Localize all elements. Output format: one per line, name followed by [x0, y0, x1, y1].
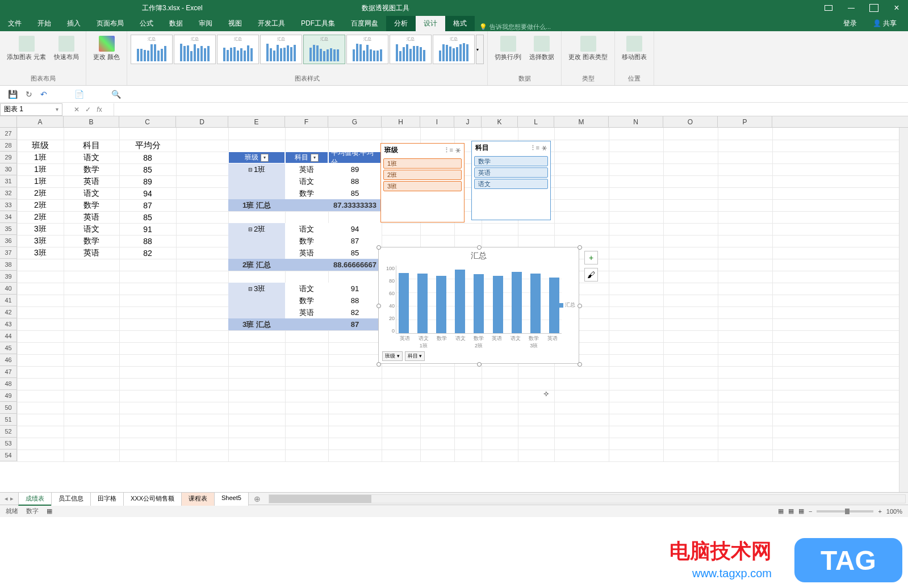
cell[interactable]: 88	[119, 235, 176, 247]
cell[interactable]: ⊟2班	[228, 223, 285, 235]
menu-tab-11[interactable]: 分析	[386, 16, 416, 31]
cell[interactable]: ⊟3班	[228, 283, 285, 295]
horizontal-scrollbar[interactable]	[269, 494, 906, 503]
row-header-46[interactable]: 46	[0, 354, 17, 366]
cell[interactable]: 语文	[285, 283, 328, 295]
col-header-H[interactable]: H	[382, 116, 420, 127]
touch-mode-icon[interactable]: 📄	[74, 90, 84, 99]
name-box[interactable]: 图表 1▾	[0, 103, 62, 116]
slicer-multiselect-icon[interactable]: ⋮≡	[443, 146, 453, 154]
cell[interactable]: 语文	[285, 223, 328, 235]
row-header-36[interactable]: 36	[0, 235, 17, 247]
chart-elements-button[interactable]: +	[584, 251, 598, 264]
cell[interactable]: 87.33333333	[328, 199, 382, 211]
cell[interactable]: 数学	[285, 235, 328, 247]
cell[interactable]: 2班 汇总	[228, 259, 285, 271]
selection-handle[interactable]	[578, 304, 582, 308]
slicer-item[interactable]: 3班	[383, 181, 462, 191]
col-header-I[interactable]: I	[420, 116, 454, 127]
col-header-G[interactable]: G	[328, 116, 382, 127]
cell[interactable]: ⊟1班	[228, 163, 285, 175]
cell[interactable]: 数学	[64, 199, 119, 211]
sheet-nav-first-icon[interactable]: ◂	[5, 495, 8, 502]
slicer-clear-icon[interactable]: ⚹	[455, 146, 461, 154]
cell[interactable]: 语文	[64, 187, 119, 199]
row-header-49[interactable]: 49	[0, 390, 17, 402]
row-header-33[interactable]: 33	[0, 199, 17, 211]
row-header-31[interactable]: 31	[0, 175, 17, 187]
row-header-52[interactable]: 52	[0, 426, 17, 438]
cell[interactable]: 88	[328, 295, 382, 306]
cell[interactable]: 1班	[17, 152, 64, 163]
chart-style-7[interactable]: 汇总	[390, 35, 432, 64]
pivot-chart[interactable]: 汇总100806040200英语语文数学语文数学英语语文数学英语1班2班3班汇总…	[378, 247, 579, 364]
cell[interactable]: 82	[328, 306, 382, 318]
menu-tab-1[interactable]: 开始	[30, 16, 59, 31]
cell[interactable]: 英语	[285, 163, 328, 175]
sheet-nav-last-icon[interactable]: ▸	[10, 495, 14, 502]
col-header-D[interactable]: D	[176, 116, 228, 127]
menu-tab-0[interactable]: 文件	[0, 16, 30, 31]
cell[interactable]: 88	[119, 152, 176, 163]
chart-style-1[interactable]: 汇总	[131, 35, 173, 64]
fx-icon[interactable]: fx	[97, 106, 102, 114]
row-header-28[interactable]: 28	[0, 140, 17, 152]
row-header-43[interactable]: 43	[0, 318, 17, 330]
chart-title[interactable]: 汇总	[379, 251, 579, 261]
col-header-M[interactable]: M	[554, 116, 609, 127]
col-header-B[interactable]: B	[64, 116, 119, 127]
view-normal-icon[interactable]: ▦	[778, 507, 784, 515]
cell[interactable]: 英语	[285, 306, 328, 318]
row-header-35[interactable]: 35	[0, 223, 17, 235]
slicer-item[interactable]: 英语	[474, 167, 548, 178]
cell[interactable]: 语文	[64, 152, 119, 163]
menu-tab-7[interactable]: 视图	[220, 16, 250, 31]
menu-tab-12[interactable]: 设计	[416, 16, 445, 31]
cell[interactable]: 82	[119, 247, 176, 259]
sheet-tab[interactable]: 员工信息	[51, 492, 91, 506]
row-header-37[interactable]: 37	[0, 247, 17, 259]
chart-styles-button[interactable]: 🖌	[584, 268, 598, 282]
row-header-54[interactable]: 54	[0, 450, 17, 461]
cell[interactable]: 91	[328, 283, 382, 295]
zoom-out-button[interactable]: −	[809, 508, 812, 515]
cell[interactable]: 语文	[285, 175, 328, 187]
col-header-F[interactable]: F	[285, 116, 328, 127]
share-button[interactable]: 👤 共享	[865, 16, 905, 31]
cell[interactable]: 3班	[17, 223, 64, 235]
row-header-27[interactable]: 27	[0, 128, 17, 140]
cell[interactable]: 89	[328, 163, 382, 175]
menu-tab-4[interactable]: 公式	[132, 16, 161, 31]
menu-tab-3[interactable]: 页面布局	[89, 16, 132, 31]
cell[interactable]: 英语	[64, 175, 119, 187]
save-icon[interactable]: 💾	[8, 90, 18, 99]
row-header-39[interactable]: 39	[0, 271, 17, 283]
row-header-32[interactable]: 32	[0, 187, 17, 199]
login-button[interactable]: 登录	[835, 16, 865, 31]
row-header-29[interactable]: 29	[0, 152, 17, 163]
sheet-tab[interactable]: 田字格	[90, 492, 124, 506]
slicer-clear-icon[interactable]: ⚹	[542, 144, 547, 152]
cell[interactable]: 科目	[64, 140, 119, 152]
menu-tab-5[interactable]: 数据	[161, 16, 191, 31]
cell[interactable]: 平均值项:平均分	[328, 152, 382, 163]
cell[interactable]	[228, 187, 285, 199]
print-preview-icon[interactable]: 🔍	[111, 90, 121, 99]
col-header-P[interactable]: P	[718, 116, 772, 127]
col-header-K[interactable]: K	[482, 116, 518, 127]
chart-filter-button[interactable]: 科目 ▾	[405, 351, 425, 361]
worksheet-grid[interactable]: ABCDEFGHIJKLMNOP 27282930313233343536373…	[0, 116, 908, 492]
formula-input[interactable]	[114, 103, 908, 116]
row-header-30[interactable]: 30	[0, 163, 17, 175]
cell[interactable]: 1班 汇总	[228, 199, 285, 211]
col-header-L[interactable]: L	[518, 116, 554, 127]
undo-icon[interactable]: ↶	[40, 90, 47, 99]
enter-icon[interactable]: ✓	[85, 106, 91, 114]
cell[interactable]: 2班	[17, 187, 64, 199]
zoom-slider[interactable]	[817, 510, 873, 513]
chart-style-2[interactable]: 汇总	[174, 35, 216, 64]
row-header-53[interactable]: 53	[0, 438, 17, 450]
cell[interactable]: 语文	[64, 223, 119, 235]
cell[interactable]	[285, 199, 328, 211]
col-header-J[interactable]: J	[454, 116, 482, 127]
